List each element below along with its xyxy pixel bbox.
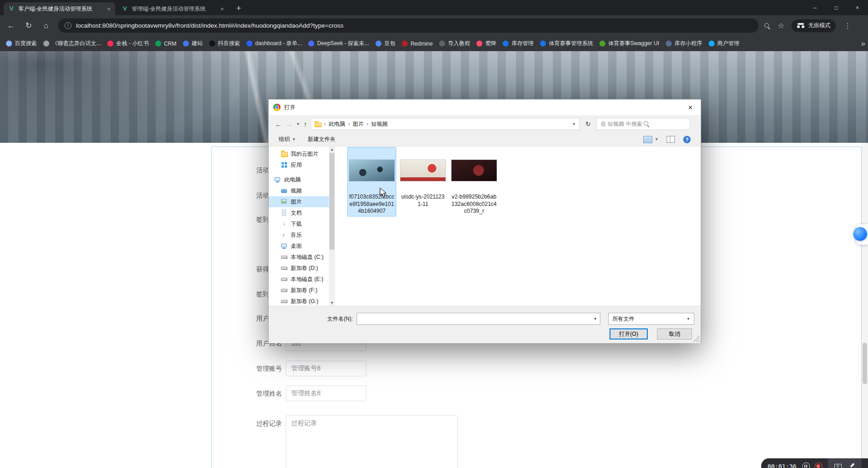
- bookmark-item[interactable]: 库存管理: [499, 40, 537, 47]
- reload-icon[interactable]: ↻: [21, 18, 36, 33]
- bookmark-item[interactable]: DeepSeek - 探索未...: [305, 40, 372, 47]
- dialog-up-icon[interactable]: ↑: [304, 120, 307, 128]
- sidebar-item[interactable]: 我的云图片: [269, 148, 329, 159]
- tab-close-icon[interactable]: ×: [220, 6, 224, 12]
- sidebar-item[interactable]: 新加卷 (D:): [269, 263, 329, 274]
- sidebar-item[interactable]: 桌面: [269, 240, 329, 252]
- cancel-button[interactable]: 取消: [657, 328, 692, 339]
- admin-name-input[interactable]: [286, 386, 366, 401]
- file-item[interactable]: f07103c8352f2bcce8f1958aee9e1014b1604907: [348, 147, 396, 216]
- bookmark-item[interactable]: 《聊斋志异白话文...: [40, 40, 104, 47]
- bookmark-item[interactable]: 百度搜索: [3, 40, 40, 47]
- sidebar-item-icon: [281, 150, 288, 158]
- sidebar-scrollbar-thumb[interactable]: [329, 153, 334, 250]
- tab-client[interactable]: V 客户端-全民健身活动管理系统 ×: [4, 2, 115, 15]
- zoom-search-icon[interactable]: [764, 23, 770, 29]
- toolbar-right: ☆ 无痕模式 ⋮: [764, 19, 851, 32]
- organize-menu[interactable]: 组织 ▼: [279, 135, 296, 143]
- browser-menu-icon[interactable]: ⋮: [844, 22, 851, 30]
- breadcrumb-pictures[interactable]: 图片: [352, 120, 364, 128]
- tab-close-icon[interactable]: ×: [107, 6, 111, 12]
- bookmark-item[interactable]: 体育赛事管理系统: [537, 40, 596, 47]
- breadcrumb-folder[interactable]: 短视频: [371, 120, 387, 128]
- page-scrollbar-thumb[interactable]: [862, 343, 867, 384]
- maximize-button[interactable]: □: [826, 0, 847, 15]
- close-window-button[interactable]: ×: [847, 0, 868, 15]
- sidebar-item[interactable]: 本地磁盘 (E:): [269, 274, 329, 285]
- sidebar-item[interactable]: 新加卷 (G:): [269, 296, 329, 306]
- sidebar-item-icon: [281, 231, 288, 239]
- admin-account-label: 管理账号: [256, 361, 282, 376]
- dialog-search-input[interactable]: 在 短视频 中搜索: [596, 118, 690, 130]
- bookmark-item[interactable]: 爱降: [473, 40, 499, 47]
- site-info-icon[interactable]: i: [65, 22, 71, 29]
- home-icon[interactable]: ⌂: [39, 18, 53, 33]
- process-record-textarea[interactable]: 过程记录: [286, 415, 457, 468]
- dialog-close-icon[interactable]: ✕: [680, 99, 701, 115]
- pause-recording-icon[interactable]: [802, 462, 810, 468]
- dialog-history-caret-icon[interactable]: ▼: [296, 122, 300, 126]
- dialog-forward-icon[interactable]: →: [286, 120, 293, 128]
- dialog-back-icon[interactable]: ←: [275, 120, 282, 128]
- view-mode-button[interactable]: ▼: [643, 136, 658, 143]
- minimize-button[interactable]: –: [804, 0, 826, 15]
- filename-dropdown-icon[interactable]: ▼: [590, 313, 600, 325]
- bookmark-item[interactable]: 导入教程: [436, 40, 473, 47]
- stop-recording-icon[interactable]: [815, 462, 822, 468]
- back-icon[interactable]: ←: [4, 18, 18, 33]
- bookmark-item[interactable]: dashboard - 录单...: [243, 40, 305, 47]
- bookmark-item[interactable]: 全栈 - 小红书: [104, 40, 152, 47]
- breadcrumb-this-pc[interactable]: 此电脑: [328, 120, 345, 128]
- bookmark-item[interactable]: 建站: [180, 40, 206, 47]
- sidebar-scrollbar[interactable]: ▲ ▼: [329, 146, 335, 306]
- open-button[interactable]: 打开(O): [610, 328, 648, 339]
- scroll-up-icon[interactable]: ▲: [329, 146, 335, 152]
- dialog-title-bar[interactable]: 打开 ✕: [269, 99, 701, 115]
- bookmark-item[interactable]: CRM: [152, 41, 180, 47]
- sidebar-item[interactable]: 音乐: [269, 229, 329, 240]
- bookmark-favicon: [709, 41, 715, 47]
- sidebar-item[interactable]: 本地磁盘 (C:): [269, 252, 329, 263]
- file-type-select[interactable]: 所有文件 ▼: [608, 313, 694, 325]
- refresh-icon[interactable]: ↻: [583, 120, 592, 128]
- camera-icon[interactable]: [834, 464, 842, 468]
- file-type-value: 所有文件: [612, 315, 634, 323]
- bookmark-item[interactable]: 抖音搜索: [206, 40, 243, 47]
- page-scrollbar[interactable]: [862, 143, 868, 468]
- url-bar[interactable]: i localhost:8080/springbootavwmry8v/fron…: [58, 18, 758, 33]
- sidebar-item[interactable]: 视频: [269, 185, 329, 196]
- breadcrumb[interactable]: › 此电脑 › 图片 › 短视频 ▼: [311, 118, 580, 130]
- preview-pane-icon[interactable]: [667, 136, 675, 143]
- breadcrumb-caret-icon[interactable]: ▼: [572, 122, 576, 126]
- bookmark-label: 库存小程序: [674, 40, 702, 47]
- file-item[interactable]: v2-b98925b2b6ab132ac6008c021c4c0739_r: [450, 147, 498, 216]
- bookmark-item[interactable]: 豆包: [372, 40, 399, 47]
- resize-grip[interactable]: [693, 336, 699, 342]
- bookmark-item[interactable]: Redmine: [399, 41, 436, 47]
- admin-account-input[interactable]: [286, 361, 366, 376]
- sidebar-item[interactable]: 图片: [269, 196, 329, 207]
- new-tab-button[interactable]: +: [233, 3, 244, 14]
- scroll-down-icon[interactable]: ▼: [329, 300, 335, 306]
- bookmark-item[interactable]: 商户管理: [705, 40, 743, 47]
- floating-assistant-button[interactable]: [853, 227, 867, 241]
- help-icon[interactable]: ?: [683, 136, 691, 143]
- bookmarks-overflow-icon[interactable]: »: [861, 36, 865, 51]
- file-item[interactable]: uisdc-ys-20211231-11: [399, 147, 447, 209]
- bookmark-label: 《聊斋志异白话文...: [52, 40, 101, 47]
- sidebar-item[interactable]: 应用: [269, 159, 329, 170]
- sidebar-item[interactable]: 文档: [269, 207, 329, 218]
- pen-icon[interactable]: [849, 463, 855, 468]
- new-folder-button[interactable]: 新建文件夹: [308, 135, 335, 143]
- bookmark-label: DeepSeek - 探索未...: [317, 40, 369, 47]
- sidebar-item[interactable]: 此电脑: [269, 174, 329, 185]
- filename-input[interactable]: [357, 313, 600, 325]
- sidebar-item-icon: [281, 220, 288, 228]
- dialog-nav-bar: ← → ▼ ↑ › 此电脑 › 图片 › 短视频 ▼ ↻ 在 短视频 中搜索: [269, 115, 701, 133]
- tab-admin[interactable]: V 管理端-全民健身活动管理系统 ×: [117, 2, 229, 15]
- sidebar-item[interactable]: 新加卷 (F:): [269, 285, 329, 296]
- bookmark-item[interactable]: 体育赛事Swagger UI: [596, 40, 663, 47]
- bookmark-item[interactable]: 库存小程序: [663, 40, 705, 47]
- bookmark-star-icon[interactable]: ☆: [778, 21, 784, 30]
- sidebar-item[interactable]: 下载: [269, 218, 329, 229]
